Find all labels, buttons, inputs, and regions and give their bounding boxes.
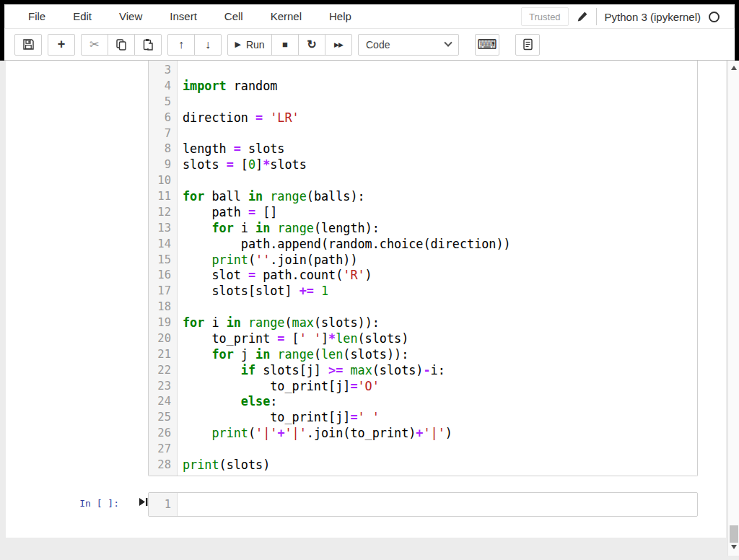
code-line: 12 path = [] (149, 205, 697, 221)
code-line: 17 slots[slot] += 1 (149, 284, 697, 299)
menu-kernel[interactable]: Kernel (257, 5, 315, 28)
run-button-label: Run (246, 39, 265, 51)
line-number: 9 (149, 157, 178, 173)
plus-icon: + (58, 37, 66, 52)
toolbar: + ✂ ↑ (4, 29, 735, 60)
save-button[interactable] (14, 34, 42, 56)
code-line: 23 to_print[j]='O' (149, 379, 697, 395)
trusted-button[interactable]: Trusted (521, 7, 569, 26)
vertical-scrollbar[interactable] (727, 61, 739, 556)
line-number: 26 (149, 426, 178, 442)
line-number: 14 (149, 237, 178, 253)
code-line: 25 to_print[j]=' ' (149, 410, 697, 426)
keyboard-icon: ⌨ (477, 36, 497, 53)
copy-cell-button[interactable] (108, 34, 135, 56)
cell-type-dropdown[interactable]: Code (358, 34, 459, 56)
code-line: 27 (149, 442, 697, 458)
line-number: 4 (149, 79, 178, 95)
add-cell-button[interactable]: + (48, 34, 75, 56)
paste-cell-button[interactable] (134, 34, 162, 56)
fast-forward-icon: ▶▶ (334, 41, 343, 48)
line-number: 22 (149, 363, 178, 379)
empty-cell-editor[interactable]: 1 (148, 492, 698, 517)
line-number: 8 (149, 141, 178, 157)
scrollbar-thumb[interactable] (730, 525, 738, 543)
code-line: 14 path.append(random.choice(direction)) (149, 237, 697, 253)
line-number: 20 (149, 331, 178, 347)
line-number: 13 (149, 221, 178, 237)
line-number: 6 (149, 110, 178, 126)
menubar-separator (596, 8, 597, 25)
arrow-up-icon: ↑ (178, 38, 184, 51)
move-cell-up-button[interactable]: ↑ (167, 34, 195, 56)
menu-file[interactable]: File (14, 5, 59, 28)
menubar-right: Trusted Python 3 (ipykernel) (521, 7, 734, 26)
line-number: 28 (149, 458, 178, 473)
move-cell-down-button[interactable]: ↓ (194, 34, 222, 56)
stop-icon: ■ (282, 39, 288, 50)
jupyter-notebook-window: File Edit View Insert Cell Kernel Help T… (0, 0, 739, 560)
cut-cell-button[interactable]: ✂ (81, 34, 108, 56)
code-line: 13 for i in range(length): (149, 221, 697, 237)
line-number: 10 (149, 173, 178, 189)
kernel-name-label: Python 3 (ipykernel) (605, 11, 701, 23)
code-line: 20 to_print = [' ']*len(slots) (149, 331, 697, 347)
code-line: 8length = slots (149, 141, 697, 157)
code-line: 19for i in range(max(slots)): (149, 315, 697, 331)
code-line: 3 (149, 63, 697, 79)
restart-run-all-button[interactable]: ▶▶ (325, 34, 352, 56)
menu-help[interactable]: Help (315, 5, 365, 28)
restart-kernel-button[interactable]: ↻ (298, 34, 325, 56)
line-number: 16 (149, 268, 178, 284)
line-number: 7 (149, 126, 178, 142)
menu-insert[interactable]: Insert (156, 5, 211, 28)
code-line: 21 for j in range(len(slots)): (149, 347, 697, 363)
code-line: 22 if slots[j] >= max(slots)-i: (149, 363, 697, 379)
pencil-icon[interactable] (577, 11, 588, 22)
notebook-container: 34import random56direction = 'LR'78lengt… (6, 61, 726, 538)
code-line: 9slots = [0]*slots (149, 157, 697, 173)
floppy-icon (22, 38, 35, 51)
code-line: 4import random (149, 79, 697, 95)
input-prompt: In [ ]: (49, 498, 119, 509)
interrupt-kernel-button[interactable]: ■ (271, 34, 299, 56)
code-line: 15 print(''.join(path)) (149, 253, 697, 268)
paste-icon (142, 38, 154, 51)
code-line: 6direction = 'LR' (149, 110, 697, 126)
chevron-down-icon (444, 38, 452, 46)
menu-edit[interactable]: Edit (59, 5, 105, 28)
code-line: 11for ball in range(balls): (149, 189, 697, 205)
scissors-icon: ✂ (89, 38, 99, 51)
line-number: 11 (149, 189, 178, 205)
line-number: 21 (149, 347, 178, 363)
code-line: 7 (149, 126, 697, 142)
line-number: 25 (149, 410, 178, 426)
run-this-cell-icon[interactable] (138, 496, 149, 507)
notebook-body: 34import random56direction = 'LR'78lengt… (0, 61, 739, 560)
code-cell-editor[interactable]: 34import random56direction = 'LR'78lengt… (148, 61, 698, 476)
code-line: 26 print('|'+'|'.join(to_print)+'|') (149, 426, 697, 442)
menu-view[interactable]: View (105, 5, 156, 28)
line-number: 5 (149, 95, 178, 110)
menu-cell[interactable]: Cell (211, 5, 257, 28)
run-button[interactable]: ▶ Run (227, 34, 272, 56)
scroll-down-arrow-icon[interactable] (728, 541, 739, 553)
menubar: File Edit View Insert Cell Kernel Help T… (4, 4, 735, 29)
line-number: 17 (149, 284, 178, 299)
code-line: 24 else: (149, 394, 697, 410)
keyboard-shortcuts-button[interactable]: ⌨ (475, 34, 499, 56)
code-line: 5 (149, 95, 697, 110)
empty-code-line (178, 493, 183, 516)
line-number: 15 (149, 253, 178, 268)
line-number: 23 (149, 379, 178, 395)
line-number: 19 (149, 315, 178, 331)
command-palette-button[interactable] (515, 34, 540, 56)
code-line: 10 (149, 173, 697, 189)
copy-icon (115, 38, 127, 51)
code-line: 18 (149, 299, 697, 315)
scroll-up-arrow-icon[interactable] (728, 62, 739, 74)
arrow-down-icon: ↓ (205, 38, 211, 51)
restart-icon: ↻ (307, 38, 316, 51)
line-number: 18 (149, 299, 178, 315)
code-line: 16 slot = path.count('R') (149, 268, 697, 284)
